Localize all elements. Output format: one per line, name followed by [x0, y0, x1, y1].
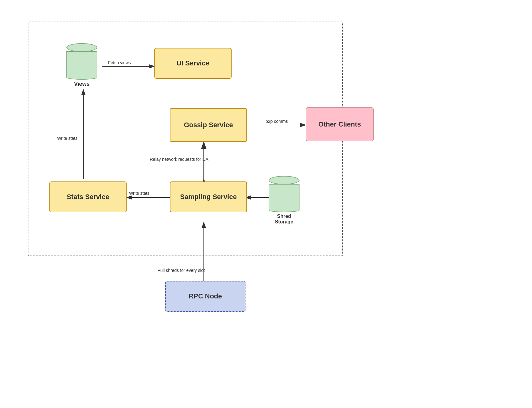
fetch-views-label: Fetch views: [108, 60, 131, 65]
gossip-service-box: Gossip Service: [170, 108, 247, 142]
shred-storage-cylinder: ShredStorage: [269, 176, 300, 225]
write-stats-views-label: Write stats: [57, 136, 77, 141]
views-label: Views: [74, 81, 90, 87]
views-cylinder: Views: [66, 43, 97, 87]
ui-service-box: UI Service: [154, 48, 232, 79]
shred-cylinder-body: [269, 184, 300, 209]
stats-service-label: Stats Service: [67, 193, 109, 201]
stats-service-box: Stats Service: [49, 181, 127, 212]
p2p-comms-label: p2p comms: [266, 119, 288, 124]
diagram-container: Views UI Service Gossip Service Other Cl…: [19, 12, 513, 395]
rpc-node-label: RPC Node: [189, 292, 222, 300]
write-stats-sampling-label: Write stats: [129, 191, 149, 196]
sampling-service-box: Sampling Service: [170, 181, 247, 212]
other-clients-label: Other Clients: [318, 120, 361, 128]
cylinder-top: [66, 43, 97, 52]
gossip-service-label: Gossip Service: [184, 121, 233, 129]
other-clients-box: Other Clients: [306, 107, 374, 141]
ui-service-label: UI Service: [177, 59, 209, 67]
cylinder-bottom: [66, 75, 97, 80]
shred-cylinder-top: [269, 176, 300, 185]
pull-shreds-label: Pull shreds for every slot: [157, 268, 205, 273]
sampling-service-label: Sampling Service: [180, 193, 237, 201]
rpc-node-box: RPC Node: [165, 281, 245, 312]
relay-network-label: Relay network requests for DA: [150, 157, 208, 162]
cylinder-body: [66, 51, 97, 76]
shred-storage-label: ShredStorage: [275, 214, 293, 225]
shred-cylinder-bottom: [269, 208, 300, 212]
